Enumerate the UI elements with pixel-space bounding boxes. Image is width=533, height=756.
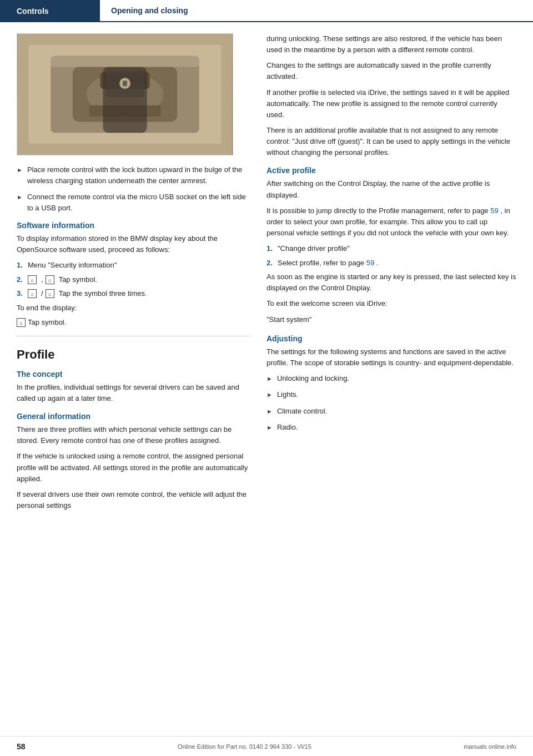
main-content: ► Place remote control with the lock but… xyxy=(0,22,533,527)
adj-arrow-3: ► xyxy=(266,406,273,417)
general-p3: If several drivers use their own remote … xyxy=(17,489,250,511)
adj-bullet-1: ► Unlocking and locking. xyxy=(266,373,516,384)
step2-text: Tap symbol. xyxy=(59,274,97,285)
active-step1-num: 1. xyxy=(266,243,278,254)
header-controls-label: Controls xyxy=(0,0,100,22)
bullet-item-1: ► Place remote control with the lock but… xyxy=(17,164,250,186)
divider xyxy=(17,336,250,336)
software-step-2: 2. ⌂ , ⌂ Tap symbol. xyxy=(17,274,250,285)
software-step-3: 3. ⌂ / ⌂ Tap the symbol three times. xyxy=(17,288,250,299)
active-p2-link[interactable]: 59 xyxy=(490,206,498,215)
header-section-label: Opening and closing xyxy=(100,0,533,22)
active-step2-num: 2. xyxy=(266,258,278,269)
step3-sep: / xyxy=(41,288,43,299)
active-step1-text: "Change driver profile" xyxy=(278,243,350,254)
adjusting-heading: Adjusting xyxy=(266,334,516,343)
tap-icon-a: ⌂ xyxy=(28,275,37,284)
adj-bullet-4: ► Radio. xyxy=(266,422,516,433)
adj-bullet-3: ► Climate control. xyxy=(266,406,516,417)
tap-icon-end: ⌂ xyxy=(17,318,26,327)
active-heading: Active profile xyxy=(266,166,516,175)
bullet-arrow-2: ► xyxy=(17,191,23,213)
right-column: during unlocking. These settings are als… xyxy=(266,33,516,516)
adj-bullet-2: ► Lights. xyxy=(266,389,516,400)
footer-watermark: manuals online.info xyxy=(464,743,516,750)
svg-rect-13 xyxy=(51,56,199,67)
active-step2-link[interactable]: 59 xyxy=(366,259,374,267)
adj-text-1: Unlocking and locking. xyxy=(277,373,349,384)
step3-text: Tap the symbol three times. xyxy=(59,288,147,299)
adj-arrow-4: ► xyxy=(266,422,273,433)
active-p2-text: It is possible to jump directly to the P… xyxy=(266,206,489,215)
tap-icon-b: ⌂ xyxy=(46,275,54,284)
software-intro: To display information stored in the BMW… xyxy=(17,233,250,255)
concept-heading: The concept xyxy=(17,370,250,379)
tap-icon-c: ⌂ xyxy=(28,289,37,298)
right-p4: There is an additional profile available… xyxy=(266,125,516,158)
software-end-label: To end the display: xyxy=(17,303,250,314)
active-quote: "Start system" xyxy=(266,314,516,325)
profile-heading: Profile xyxy=(17,347,250,362)
header: Controls Opening and closing xyxy=(0,0,533,22)
active-step2-cont: . xyxy=(376,259,379,267)
step1-num: 1. xyxy=(17,260,28,271)
adj-text-3: Climate control. xyxy=(277,406,327,417)
active-step-1: 1. "Change driver profile" xyxy=(266,243,516,254)
active-step-2: 2. Select profile, refer to page 59 . xyxy=(266,258,516,269)
active-step2-text: Select profile, refer to page 59 . xyxy=(278,258,378,269)
left-column: ► Place remote control with the lock but… xyxy=(17,33,250,516)
controls-text: Controls xyxy=(17,7,49,16)
footer-text: Online Edition for Part no. 0140 2 964 3… xyxy=(178,743,311,750)
bullet-text-1: Place remote control with the lock butto… xyxy=(27,164,250,186)
active-p1: After switching on the Control Display, … xyxy=(266,178,516,200)
step2-num: 2. xyxy=(17,274,28,285)
active-p3: As soon as the engine is started or any … xyxy=(266,271,516,294)
tap-end-text: Tap symbol. xyxy=(28,318,66,326)
tap-end-item: ⌂ Tap symbol. xyxy=(17,318,250,327)
bullet-text-2: Connect the remote control via the micro… xyxy=(27,191,250,213)
active-p2: It is possible to jump directly to the P… xyxy=(266,205,516,239)
adj-arrow-1: ► xyxy=(266,373,273,384)
active-step2-label: Select profile, refer to page xyxy=(278,259,364,267)
general-p1: There are three profiles with which pers… xyxy=(17,424,250,446)
right-p1: during unlocking. These settings are als… xyxy=(266,33,516,56)
car-image xyxy=(17,33,233,155)
active-p4: To exit the welcome screen via iDrive: xyxy=(266,298,516,309)
adjusting-p1: The settings for the following systems a… xyxy=(266,346,516,369)
section-text: Opening and closing xyxy=(111,6,188,15)
general-p2: If the vehicle is unlocked using a remot… xyxy=(17,451,250,484)
software-heading: Software information xyxy=(17,221,250,230)
bullet-item-2: ► Connect the remote control via the mic… xyxy=(17,191,250,213)
step2-sep: , xyxy=(41,274,43,285)
adj-text-4: Radio. xyxy=(277,422,298,433)
adj-arrow-2: ► xyxy=(266,389,273,400)
svg-rect-12 xyxy=(123,80,127,86)
right-p2: Changes to the settings are automaticall… xyxy=(266,60,516,82)
concept-text: In the profiles, individual settings for… xyxy=(17,382,250,404)
right-p3: If another profile is selected via iDriv… xyxy=(266,87,516,120)
tap-icon-d: ⌂ xyxy=(46,289,54,298)
step3-num: 3. xyxy=(17,288,28,299)
step1-text: Menu "Security information" xyxy=(28,260,117,271)
software-step-1: 1. Menu "Security information" xyxy=(17,260,250,271)
bullet-arrow-1: ► xyxy=(17,164,23,186)
general-heading: General information xyxy=(17,412,250,421)
footer: 58 Online Edition for Part no. 0140 2 96… xyxy=(0,736,533,756)
page-number: 58 xyxy=(17,742,26,751)
adj-text-2: Lights. xyxy=(277,389,298,400)
